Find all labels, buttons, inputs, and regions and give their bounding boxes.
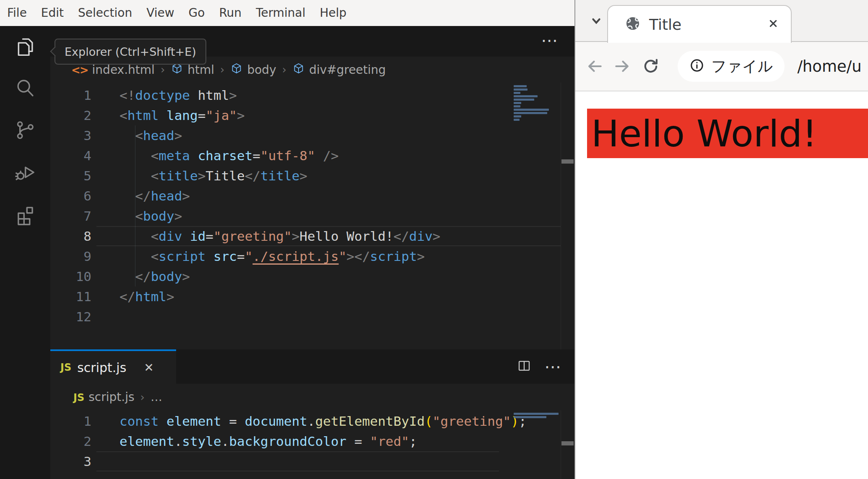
address-bar-url[interactable]: /home/u bbox=[797, 57, 861, 75]
line-number: 9 bbox=[50, 246, 91, 266]
browser-page: Hello World! bbox=[575, 91, 868, 479]
activity-bar-item-run-debug[interactable] bbox=[0, 152, 50, 194]
vscode-menubar: FileEditSelectionViewGoRunTerminalHelp bbox=[0, 0, 574, 26]
code-line: 11</html> bbox=[50, 286, 574, 307]
symbol-cube-icon bbox=[292, 62, 305, 78]
code-line: 10 </body> bbox=[50, 266, 574, 286]
activity-bar-item-search[interactable] bbox=[0, 68, 50, 110]
greeting-text: Hello World! bbox=[587, 112, 817, 155]
code-editor-index-html[interactable]: 1<!doctype html>2<html lang="ja">3 <head… bbox=[50, 83, 574, 349]
breadcrumb-separator: › bbox=[155, 63, 171, 76]
info-icon bbox=[689, 58, 704, 75]
minimap-line bbox=[514, 89, 528, 91]
js-file-icon: JS bbox=[73, 390, 84, 404]
line-number: 3 bbox=[50, 451, 91, 471]
back-arrow-icon[interactable] bbox=[585, 56, 605, 76]
browser-window: Title ファイル /home/u bbox=[574, 0, 868, 479]
minimap-line bbox=[514, 85, 527, 87]
breadcrumb-separator: › bbox=[276, 63, 292, 76]
minimap-line bbox=[514, 109, 549, 111]
menu-item-edit[interactable]: Edit bbox=[34, 0, 71, 26]
code-line: 4 <meta charset="utf-8" /> bbox=[50, 146, 574, 166]
reload-icon[interactable] bbox=[641, 56, 661, 76]
scrollbar-track[interactable] bbox=[561, 83, 561, 349]
current-line-highlight bbox=[96, 226, 561, 246]
breadcrumb-item[interactable]: … bbox=[151, 390, 162, 404]
close-tab-icon[interactable] bbox=[767, 17, 780, 32]
minimap[interactable] bbox=[514, 413, 561, 423]
line-number: 10 bbox=[50, 266, 91, 286]
breadcrumb-item[interactable]: body bbox=[230, 62, 276, 78]
code-line-text: <body> bbox=[91, 206, 182, 226]
minimap[interactable] bbox=[514, 85, 561, 125]
code-line-text: <title>Title</title> bbox=[91, 166, 307, 186]
breadcrumb-separator: › bbox=[135, 391, 151, 404]
greeting-div: Hello World! bbox=[587, 109, 868, 158]
vscode-activity-bar bbox=[0, 26, 51, 479]
split-editor-icon[interactable] bbox=[517, 358, 532, 375]
minimap-line bbox=[514, 413, 559, 415]
code-line: 3 <head> bbox=[50, 125, 574, 146]
minimap-line bbox=[514, 95, 538, 97]
code-line-text: const element = document.getElementById(… bbox=[91, 411, 527, 431]
line-number: 1 bbox=[50, 411, 91, 431]
menu-item-terminal[interactable]: Terminal bbox=[249, 0, 312, 26]
symbol-cube-icon bbox=[230, 62, 243, 78]
editor-group2-actions: ⋯ bbox=[517, 349, 562, 384]
browser-tabstrip: Title bbox=[575, 0, 868, 42]
line-number: 1 bbox=[50, 85, 91, 105]
breadcrumb-label: body bbox=[247, 63, 276, 77]
line-number: 2 bbox=[50, 431, 91, 451]
close-tab-icon[interactable]: ✕ bbox=[144, 361, 153, 375]
more-actions-icon[interactable]: ⋯ bbox=[541, 32, 559, 49]
line-number: 11 bbox=[50, 286, 91, 307]
chevron-down-icon[interactable] bbox=[588, 13, 605, 29]
breadcrumb-label: index.html bbox=[92, 63, 155, 77]
screen: FileEditSelectionViewGoRunTerminalHelp ⋯… bbox=[0, 0, 868, 479]
activity-bar-item-extensions[interactable] bbox=[0, 194, 50, 236]
explorer-icon bbox=[14, 35, 36, 59]
activity-bar-item-explorer[interactable] bbox=[0, 26, 50, 68]
code-line-text: <html lang="ja"> bbox=[91, 105, 245, 125]
menu-item-selection[interactable]: Selection bbox=[71, 0, 139, 26]
search-icon bbox=[14, 77, 36, 101]
breadcrumb-item[interactable]: div#greeting bbox=[292, 62, 386, 78]
menu-item-run[interactable]: Run bbox=[212, 0, 249, 26]
menu-item-go[interactable]: Go bbox=[182, 0, 212, 26]
minimap-line bbox=[514, 92, 520, 94]
code-line: 1const element = document.getElementById… bbox=[50, 411, 574, 431]
breadcrumb-label: script.js bbox=[88, 390, 134, 404]
minimap-line bbox=[514, 112, 547, 114]
site-info-chip[interactable]: ファイル bbox=[678, 51, 785, 82]
current-line-highlight bbox=[96, 451, 499, 471]
menu-item-view[interactable]: View bbox=[139, 0, 181, 26]
breadcrumb-item[interactable]: JSscript.js bbox=[73, 390, 135, 404]
minimap-line bbox=[514, 99, 534, 101]
minimap-line bbox=[514, 119, 520, 121]
tooltip-text: Explorer (Ctrl+Shift+E) bbox=[65, 45, 196, 58]
minimap-line bbox=[514, 105, 520, 107]
code-line-text: <!doctype html> bbox=[91, 85, 237, 105]
more-actions-icon[interactable]: ⋯ bbox=[544, 358, 562, 375]
code-line: 1<!doctype html> bbox=[50, 85, 574, 105]
tab-script-js[interactable]: JS script.js ✕ bbox=[50, 349, 176, 384]
code-line: 7 <body> bbox=[50, 206, 574, 226]
activity-bar-item-source-control[interactable] bbox=[0, 110, 50, 152]
browser-tab-title[interactable]: Title bbox=[607, 5, 792, 43]
breadcrumb-label: div#greeting bbox=[309, 63, 386, 77]
line-number: 8 bbox=[50, 226, 91, 246]
js-file-icon: JS bbox=[60, 362, 71, 373]
tab-label: script.js bbox=[77, 360, 126, 375]
breadcrumb-item[interactable]: <>index.html bbox=[71, 63, 155, 77]
menu-item-help[interactable]: Help bbox=[312, 0, 353, 26]
forward-arrow-icon[interactable] bbox=[612, 56, 632, 76]
code-line-text bbox=[91, 307, 120, 327]
minimap-line bbox=[514, 416, 546, 418]
menu-item-file[interactable]: File bbox=[0, 0, 34, 26]
code-line: 12 bbox=[50, 307, 574, 327]
scrollbar-track[interactable] bbox=[561, 410, 561, 479]
line-number: 2 bbox=[50, 105, 91, 125]
line-number: 6 bbox=[50, 186, 91, 206]
breadcrumb-label: … bbox=[151, 390, 162, 404]
line-number: 3 bbox=[50, 125, 91, 146]
